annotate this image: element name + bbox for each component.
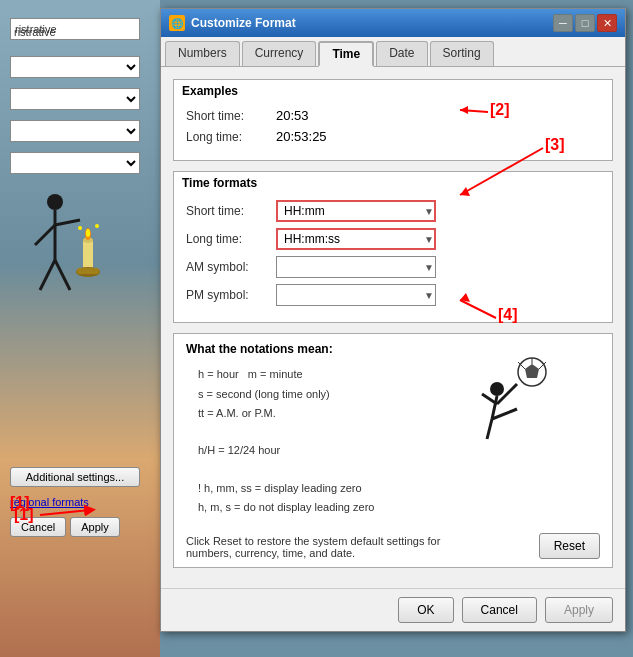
admin-input[interactable] (10, 18, 140, 40)
am-symbol-label: AM symbol: (186, 260, 276, 274)
svg-line-2 (35, 225, 55, 245)
svg-line-24 (487, 419, 492, 439)
time-formats-title: Time formats (174, 172, 612, 194)
soccer-figure (462, 354, 552, 467)
tab-bar: Numbers Currency Time Date Sorting (161, 37, 625, 67)
tab-sorting[interactable]: Sorting (430, 41, 494, 66)
svg-line-3 (55, 220, 80, 225)
examples-body: Short time: 20:53 Long time: 20:53:25 (174, 102, 612, 160)
long-time-format-label: Long time: (186, 232, 276, 246)
reset-button[interactable]: Reset (539, 533, 600, 559)
long-time-example-row: Long time: 20:53:25 (186, 129, 600, 144)
cancel-button[interactable]: Cancel (462, 597, 537, 623)
bottom-bar: OK Cancel Apply (161, 588, 625, 631)
dialog-content: Examples Short time: 20:53 Long time: 20… (161, 67, 625, 588)
svg-line-4 (40, 260, 55, 290)
left-cancel-button[interactable]: Cancel (10, 517, 66, 537)
silhouette-figure (25, 190, 125, 350)
long-time-example-label: Long time: (186, 130, 276, 144)
short-time-format-label: Short time: (186, 204, 276, 218)
dialog-overlay: 🌐 Customize Format ─ □ ✕ Numbers Currenc… (160, 8, 626, 608)
long-time-example-value: 20:53:25 (276, 129, 327, 144)
customize-format-dialog: 🌐 Customize Format ─ □ ✕ Numbers Currenc… (160, 8, 626, 632)
short-time-format-row: Short time: HH:mm H:mm hh:mm tt h:mm tt … (186, 200, 600, 222)
tab-time[interactable]: Time (318, 41, 374, 67)
tab-currency[interactable]: Currency (242, 41, 317, 66)
pm-symbol-dropdown[interactable] (276, 284, 436, 306)
long-time-dropdown-wrap: HH:mm:ss H:mm:ss hh:mm:ss tt h:mm:ss tt … (276, 228, 436, 250)
time-formats-body: Short time: HH:mm H:mm hh:mm tt h:mm tt … (174, 194, 612, 322)
short-time-example-value: 20:53 (276, 108, 309, 123)
close-button[interactable]: ✕ (597, 14, 617, 32)
title-bar: 🌐 Customize Format ─ □ ✕ (161, 9, 625, 37)
pm-symbol-dropdown-wrap: ▼ (276, 284, 436, 306)
long-time-dropdown[interactable]: HH:mm:ss H:mm:ss hh:mm:ss tt h:mm:ss tt (276, 228, 436, 250)
tab-date[interactable]: Date (376, 41, 427, 66)
svg-point-19 (490, 382, 504, 396)
svg-rect-13 (77, 268, 99, 274)
title-bar-left: 🌐 Customize Format (169, 15, 296, 31)
title-controls: ─ □ ✕ (553, 14, 617, 32)
am-symbol-dropdown-wrap: ▼ (276, 256, 436, 278)
svg-point-11 (95, 224, 99, 228)
left-dropdown-2[interactable] (10, 88, 140, 110)
svg-rect-6 (83, 240, 93, 270)
minimize-button[interactable]: ─ (553, 14, 573, 32)
ok-button[interactable]: OK (398, 597, 453, 623)
am-symbol-dropdown[interactable] (276, 256, 436, 278)
short-time-dropdown[interactable]: HH:mm H:mm hh:mm tt h:mm tt (276, 200, 436, 222)
pm-symbol-label: PM symbol: (186, 288, 276, 302)
time-formats-section: Time formats Short time: HH:mm H:mm hh:m… (173, 171, 613, 323)
additional-settings-button[interactable]: Additional settings... (10, 467, 140, 487)
reset-row: Click Reset to restore the system defaul… (186, 533, 600, 559)
svg-line-5 (55, 260, 70, 290)
dialog-icon: 🌐 (169, 15, 185, 31)
tab-numbers[interactable]: Numbers (165, 41, 240, 66)
reset-notice: Click Reset to restore the system defaul… (186, 535, 486, 559)
pm-symbol-row: PM symbol: ▼ (186, 284, 600, 306)
maximize-button[interactable]: □ (575, 14, 595, 32)
regional-formats-link[interactable]: regional formats (10, 496, 89, 508)
short-time-dropdown-wrap: HH:mm H:mm hh:mm tt h:mm tt ▼ (276, 200, 436, 222)
note-line-6: h, m, s = do not display leading zero (198, 499, 588, 517)
notes-section: What the notations mean: h = hour m = mi… (173, 333, 613, 568)
left-dropdown-1[interactable] (10, 56, 140, 78)
short-time-example-label: Short time: (186, 109, 276, 123)
long-time-format-row: Long time: HH:mm:ss H:mm:ss hh:mm:ss tt … (186, 228, 600, 250)
svg-line-23 (492, 409, 517, 419)
svg-point-0 (47, 194, 63, 210)
left-panel: ristrative (0, 0, 160, 657)
svg-point-10 (78, 226, 82, 230)
examples-section: Examples Short time: 20:53 Long time: 20… (173, 79, 613, 161)
note-line-5: ! h, mm, ss = display leading zero (198, 480, 588, 498)
am-symbol-row: AM symbol: ▼ (186, 256, 600, 278)
dialog-title: Customize Format (191, 16, 296, 30)
left-dropdown-3[interactable] (10, 120, 140, 142)
soccer-svg (462, 354, 552, 464)
left-dropdown-4[interactable] (10, 152, 140, 174)
left-apply-button[interactable]: Apply (70, 517, 120, 537)
short-time-example-row: Short time: 20:53 (186, 108, 600, 123)
examples-title: Examples (174, 80, 612, 102)
svg-point-9 (86, 229, 90, 237)
apply-button[interactable]: Apply (545, 597, 613, 623)
left-panel-content: ristrative (0, 0, 160, 350)
